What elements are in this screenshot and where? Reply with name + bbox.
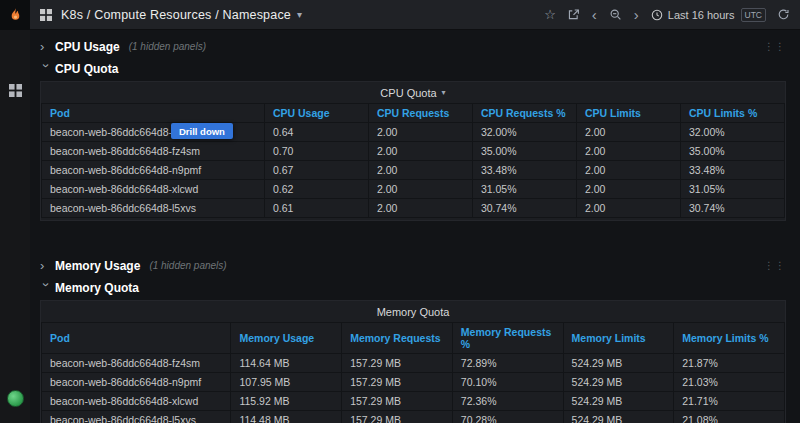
- value-cell: 2.00: [576, 123, 680, 142]
- user-avatar[interactable]: [7, 390, 24, 407]
- value-cell: 30.74%: [472, 199, 576, 218]
- value-cell: 157.29 MB: [342, 373, 453, 392]
- pod-name-cell[interactable]: beacon-web-86ddc664d8-fz4sm: [42, 142, 265, 161]
- chevron-down-icon: ▾: [297, 9, 302, 20]
- value-cell: 70.28%: [452, 411, 563, 423]
- chevron-down-icon: ›: [39, 282, 54, 295]
- column-header[interactable]: CPU Requests: [368, 104, 472, 123]
- dashboard-title-dropdown[interactable]: K8s / Compute Resources / Namespace ▾: [61, 8, 302, 22]
- row-label: Memory Quota: [55, 281, 139, 295]
- time-shift-forward-icon[interactable]: ›: [633, 7, 640, 22]
- pod-name-cell[interactable]: beacon-web-86ddc664d8-xlcwd: [42, 180, 265, 199]
- panel-menu-caret-icon: ▾: [442, 88, 446, 97]
- drag-handle-icon[interactable]: ⋮⋮: [764, 260, 786, 271]
- value-cell: 0.64: [264, 123, 368, 142]
- row-header-cpu-quota[interactable]: › CPU Quota: [40, 59, 786, 78]
- value-cell: 2.00: [576, 180, 680, 199]
- star-icon[interactable]: ☆: [544, 8, 556, 21]
- left-sidebar: [0, 0, 30, 423]
- value-cell: 2.00: [368, 199, 472, 218]
- dashboard-body: › CPU Usage (1 hidden panels) ⋮⋮ › CPU Q…: [30, 30, 800, 423]
- dashboard-grid-icon: [40, 9, 52, 21]
- pod-name-cell[interactable]: beacon-web-86ddc664d8-n9pmf: [42, 373, 231, 392]
- table-row: beacon-web-86ddc664d8-xlcwd115.92 MB157.…: [42, 392, 785, 411]
- value-cell: 30.74%: [680, 199, 784, 218]
- pod-name-cell[interactable]: beacon-web-86ddc664d8-n9pmf: [42, 161, 265, 180]
- column-header[interactable]: CPU Limits %: [680, 104, 784, 123]
- clock-icon: [651, 9, 663, 21]
- value-cell: 2.00: [368, 180, 472, 199]
- row-header-memory-quota[interactable]: › Memory Quota: [40, 278, 786, 297]
- drill-down-tooltip[interactable]: Drill down: [171, 123, 233, 139]
- pod-name-cell[interactable]: beacon-web-86ddc664d8-l5xvs: [42, 411, 231, 423]
- share-icon[interactable]: [567, 8, 580, 21]
- drag-handle-icon[interactable]: ⋮⋮: [764, 41, 786, 52]
- table-row: beacon-web-86ddc664d8-xlcwd0.622.0031.05…: [42, 180, 785, 199]
- column-header[interactable]: Memory Usage: [231, 323, 342, 354]
- pod-name-cell[interactable]: beacon-web-86ddc664d8-l5xvs: [42, 199, 265, 218]
- value-cell: 33.48%: [680, 161, 784, 180]
- column-header[interactable]: Memory Limits: [563, 323, 674, 354]
- table-row: beacon-web-86ddc664d8-fz4sm0.702.0035.00…: [42, 142, 785, 161]
- value-cell: 31.05%: [472, 180, 576, 199]
- value-cell: 32.00%: [472, 123, 576, 142]
- grid-icon: [9, 84, 22, 97]
- pod-name-cell[interactable]: beacon-web-86ddc664d8-xlcwd: [42, 392, 231, 411]
- chevron-right-icon: ›: [40, 258, 53, 273]
- row-header-cpu-usage[interactable]: › CPU Usage (1 hidden panels) ⋮⋮: [40, 37, 786, 56]
- value-cell: 35.00%: [680, 142, 784, 161]
- table-header-row: PodMemory UsageMemory RequestsMemory Req…: [42, 323, 785, 354]
- column-header[interactable]: Memory Requests: [342, 323, 453, 354]
- top-navbar: K8s / Compute Resources / Namespace ▾ ☆ …: [30, 0, 800, 30]
- cpu-quota-table: PodCPU UsageCPU RequestsCPU Requests %CP…: [41, 103, 785, 218]
- value-cell: 2.00: [576, 161, 680, 180]
- row-label: CPU Quota: [55, 62, 118, 76]
- panel-title-text: CPU Quota: [380, 87, 436, 99]
- time-range-picker[interactable]: Last 16 hours UTC: [651, 8, 766, 22]
- value-cell: 114.48 MB: [231, 411, 342, 423]
- cpu-quota-panel: CPU Quota ▾ PodCPU UsageCPU RequestsCPU …: [40, 81, 786, 221]
- value-cell: 524.29 MB: [563, 392, 674, 411]
- row-label: CPU Usage: [55, 40, 120, 54]
- memory-quota-panel-title[interactable]: Memory Quota: [41, 301, 785, 322]
- column-header[interactable]: Memory Limits %: [674, 323, 785, 354]
- value-cell: 33.48%: [472, 161, 576, 180]
- chevron-down-icon: ›: [39, 63, 54, 76]
- table-row: beacon-web-86ddc664d8-n9pmf0.672.0033.48…: [42, 161, 785, 180]
- column-header[interactable]: CPU Limits: [576, 104, 680, 123]
- value-cell: 72.89%: [452, 354, 563, 373]
- value-cell: 31.05%: [680, 180, 784, 199]
- value-cell: 2.00: [576, 142, 680, 161]
- zoom-out-icon[interactable]: [609, 8, 622, 21]
- grafana-logo[interactable]: [0, 0, 30, 30]
- hidden-panels-hint: (1 hidden panels): [149, 260, 226, 271]
- value-cell: 21.03%: [674, 373, 785, 392]
- value-cell: 524.29 MB: [563, 373, 674, 392]
- value-cell: 2.00: [368, 123, 472, 142]
- value-cell: 21.87%: [674, 354, 785, 373]
- sidebar-dashboards-icon[interactable]: [0, 75, 30, 105]
- time-shift-back-icon[interactable]: ‹: [591, 7, 598, 22]
- row-header-memory-usage[interactable]: › Memory Usage (1 hidden panels) ⋮⋮: [40, 256, 786, 275]
- value-cell: 107.95 MB: [231, 373, 342, 392]
- table-row: beacon-web-86ddc664d8-l5xvs114.48 MB157.…: [42, 411, 785, 423]
- time-range-label: Last 16 hours: [668, 9, 735, 21]
- column-header[interactable]: Pod: [42, 104, 265, 123]
- value-cell: 114.64 MB: [231, 354, 342, 373]
- column-header[interactable]: CPU Requests %: [472, 104, 576, 123]
- timezone-badge: UTC: [741, 8, 766, 22]
- value-cell: 2.00: [368, 142, 472, 161]
- value-cell: 0.67: [264, 161, 368, 180]
- cpu-quota-panel-title[interactable]: CPU Quota ▾: [41, 82, 785, 103]
- value-cell: 0.62: [264, 180, 368, 199]
- table-header-row: PodCPU UsageCPU RequestsCPU Requests %CP…: [42, 104, 785, 123]
- value-cell: 32.00%: [680, 123, 784, 142]
- refresh-icon[interactable]: [777, 8, 790, 21]
- pod-name-cell[interactable]: beacon-web-86ddc664d8-fz4sm: [42, 354, 231, 373]
- grafana-flame-icon: [6, 6, 25, 25]
- column-header[interactable]: Memory Requests %: [452, 323, 563, 354]
- column-header[interactable]: Pod: [42, 323, 231, 354]
- navbar-actions: ☆ ‹ › Last 16 hours UTC: [544, 7, 790, 22]
- column-header[interactable]: CPU Usage: [264, 104, 368, 123]
- value-cell: 35.00%: [472, 142, 576, 161]
